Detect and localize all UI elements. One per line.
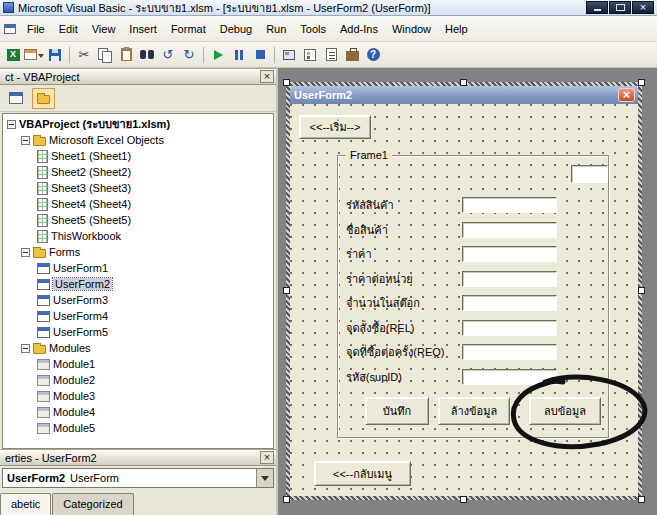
label-reorder-point[interactable]: จุดสั่งซื้อ(REL) bbox=[346, 321, 414, 336]
label-product-code[interactable]: รหัสสินค้า bbox=[346, 198, 394, 213]
close-icon[interactable] bbox=[632, 1, 654, 14]
find-icon[interactable] bbox=[137, 45, 157, 65]
copy-icon[interactable] bbox=[95, 45, 115, 65]
run-icon[interactable] bbox=[208, 45, 228, 65]
close-icon[interactable] bbox=[260, 451, 274, 464]
userform-titlebar[interactable]: UserForm2 bbox=[290, 86, 638, 104]
menu-file[interactable]: File bbox=[20, 19, 52, 39]
menu-insert[interactable]: Insert bbox=[122, 19, 164, 39]
minimize-icon[interactable] bbox=[586, 1, 608, 14]
tree-item-module1[interactable]: Module1 bbox=[3, 356, 273, 372]
save-icon[interactable] bbox=[45, 45, 65, 65]
label-price[interactable]: ราคา bbox=[346, 247, 372, 262]
tree-item-module5[interactable]: Module5 bbox=[3, 420, 273, 436]
resize-handle-nw[interactable] bbox=[283, 79, 290, 86]
undo-icon[interactable] bbox=[158, 45, 178, 65]
design-mode-icon[interactable] bbox=[279, 45, 299, 65]
resize-handle-s[interactable] bbox=[460, 496, 467, 503]
textbox-product-code[interactable] bbox=[462, 197, 557, 213]
tree-group-forms[interactable]: Forms bbox=[3, 244, 273, 260]
textbox-order-qty[interactable] bbox=[462, 344, 557, 360]
textbox-price[interactable] bbox=[462, 246, 557, 262]
label-stock-qty[interactable]: จำนวนในสต๊อก bbox=[346, 296, 420, 311]
label-unit-price[interactable]: ราคาต่อหน่วย bbox=[346, 272, 413, 287]
resize-handle-e[interactable] bbox=[638, 287, 645, 294]
tree-item-userform3[interactable]: UserForm3 bbox=[3, 292, 273, 308]
textbox-stock-qty[interactable] bbox=[462, 295, 557, 311]
clear-button[interactable]: ล้างข้อมูล bbox=[438, 397, 510, 425]
collapse-icon[interactable] bbox=[21, 344, 30, 353]
tree-item-userform1[interactable]: UserForm1 bbox=[3, 260, 273, 276]
tree-item-label: Sheet4 (Sheet4) bbox=[51, 198, 131, 210]
resize-handle-ne[interactable] bbox=[638, 79, 645, 86]
menu-addins[interactable]: Add-Ins bbox=[333, 19, 385, 39]
tree-item-sheet5[interactable]: Sheet5 (Sheet5) bbox=[3, 212, 273, 228]
tree-item-sheet3[interactable]: Sheet3 (Sheet3) bbox=[3, 180, 273, 196]
frame1[interactable]: Frame1 รหัสสินค้า ชื่อสินค้า ราคา ราคาต่… bbox=[337, 155, 609, 438]
tab-categorized[interactable]: Categorized bbox=[52, 493, 133, 515]
tree-item-userform4[interactable]: UserForm4 bbox=[3, 308, 273, 324]
textbox-top[interactable] bbox=[571, 165, 608, 183]
userform-canvas[interactable]: <<--เริ่ม--> Frame1 รหัสสินค้า ชื่อสินค้… bbox=[290, 104, 638, 496]
textbox-product-name[interactable] bbox=[462, 222, 557, 238]
menu-run[interactable]: Run bbox=[259, 19, 293, 39]
collapse-icon[interactable] bbox=[21, 136, 30, 145]
menu-edit[interactable]: Edit bbox=[52, 19, 85, 39]
resize-handle-se[interactable] bbox=[638, 496, 645, 503]
save-button[interactable]: บันทึก bbox=[365, 397, 429, 425]
menu-format[interactable]: Format bbox=[164, 19, 213, 39]
tab-alphabetic[interactable]: abetic bbox=[0, 493, 51, 515]
child-window-icon[interactable] bbox=[4, 24, 16, 34]
tree-item-module2[interactable]: Module2 bbox=[3, 372, 273, 388]
help-icon[interactable] bbox=[363, 45, 383, 65]
label-product-name[interactable]: ชื่อสินค้า bbox=[346, 223, 388, 238]
label-supplier-id[interactable]: รหัส(supID) bbox=[346, 370, 402, 385]
tree-root[interactable]: VBAProject (ระบบขาย1.xlsm) bbox=[3, 116, 273, 132]
properties-window-icon[interactable] bbox=[321, 45, 341, 65]
redo-icon[interactable] bbox=[179, 45, 199, 65]
close-button[interactable] bbox=[618, 88, 635, 102]
tree-group-excel-objects[interactable]: Microsoft Excel Objects bbox=[3, 132, 273, 148]
label-order-qty[interactable]: จุดที่ซื้อต่อครั้ง(REQ) bbox=[346, 345, 444, 360]
insert-userform-icon[interactable] bbox=[24, 45, 44, 65]
menu-debug[interactable]: Debug bbox=[213, 19, 259, 39]
menu-tools[interactable]: Tools bbox=[293, 19, 333, 39]
back-to-menu-button[interactable]: <<--กลับเมนู bbox=[314, 461, 411, 486]
collapse-icon[interactable] bbox=[21, 248, 30, 257]
menu-help[interactable]: Help bbox=[438, 19, 475, 39]
tree-item-module3[interactable]: Module3 bbox=[3, 388, 273, 404]
tree-item-userform2[interactable]: UserForm2 bbox=[3, 276, 273, 292]
cut-icon[interactable] bbox=[74, 45, 94, 65]
tree-item-sheet2[interactable]: Sheet2 (Sheet2) bbox=[3, 164, 273, 180]
tree-item-thisworkbook[interactable]: ThisWorkbook bbox=[3, 228, 273, 244]
textbox-supplier-id[interactable] bbox=[462, 369, 557, 385]
menu-view[interactable]: View bbox=[85, 19, 123, 39]
reset-icon[interactable] bbox=[250, 45, 270, 65]
tree-group-modules[interactable]: Modules bbox=[3, 340, 273, 356]
textbox-unit-price[interactable] bbox=[462, 271, 557, 287]
maximize-icon[interactable] bbox=[609, 1, 631, 14]
tree-item-sheet4[interactable]: Sheet4 (Sheet4) bbox=[3, 196, 273, 212]
delete-button[interactable]: ลบข้อมูล bbox=[529, 397, 601, 425]
resize-handle-sw[interactable] bbox=[283, 496, 290, 503]
resize-handle-n[interactable] bbox=[460, 79, 467, 86]
clipboard-glyph bbox=[121, 48, 132, 61]
object-selector[interactable]: UserForm2 UserForm bbox=[2, 468, 274, 488]
view-object-icon[interactable] bbox=[4, 88, 27, 109]
view-microsoft-excel-icon[interactable] bbox=[3, 45, 23, 65]
tree-item-userform5[interactable]: UserForm5 bbox=[3, 324, 273, 340]
collapse-icon[interactable] bbox=[7, 120, 16, 129]
textbox-reorder-point[interactable] bbox=[462, 320, 557, 336]
project-explorer-icon[interactable] bbox=[300, 45, 320, 65]
resize-handle-w[interactable] bbox=[283, 287, 290, 294]
toolbox-icon[interactable] bbox=[342, 45, 362, 65]
tree-item-module4[interactable]: Module4 bbox=[3, 404, 273, 420]
start-button[interactable]: <<--เริ่ม--> bbox=[299, 115, 371, 139]
paste-icon[interactable] bbox=[116, 45, 136, 65]
menu-window[interactable]: Window bbox=[385, 19, 438, 39]
toggle-folders-icon[interactable] bbox=[32, 88, 55, 109]
break-icon[interactable] bbox=[229, 45, 249, 65]
chevron-down-icon[interactable] bbox=[256, 469, 273, 487]
tree-item-sheet1[interactable]: Sheet1 (Sheet1) bbox=[3, 148, 273, 164]
close-icon[interactable] bbox=[260, 70, 274, 83]
